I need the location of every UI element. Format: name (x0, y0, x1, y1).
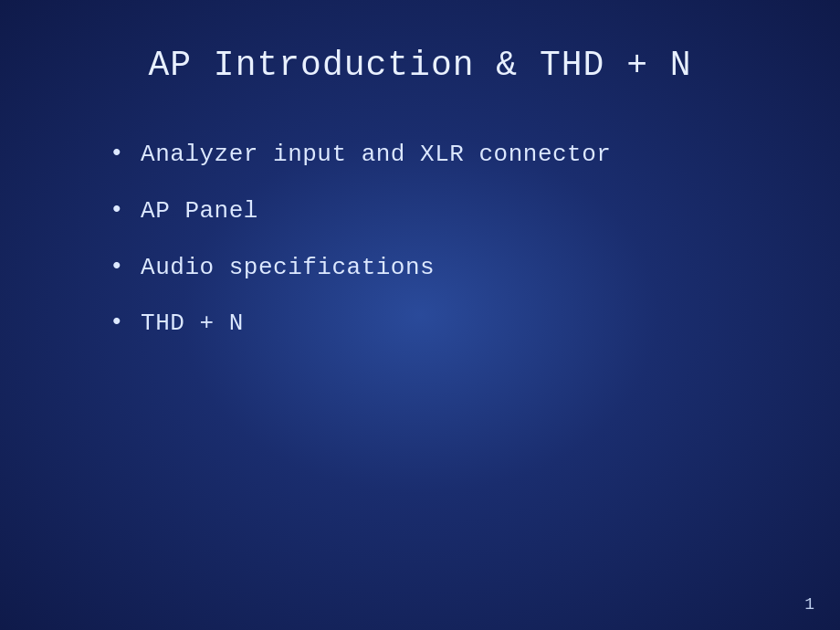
bullet-text: Audio specifications (141, 253, 435, 284)
bullet-list: •Analyzer input and XLR connector•AP Pan… (73, 140, 767, 340)
bullet-text: Analyzer input and XLR connector (141, 140, 611, 171)
list-item: •Audio specifications (110, 253, 767, 284)
list-item: •Analyzer input and XLR connector (110, 140, 767, 171)
bullet-text: AP Panel (141, 196, 258, 227)
list-item: •THD + N (110, 309, 767, 340)
bullet-dot: • (110, 196, 124, 225)
presentation-slide: AP Introduction & THD + N •Analyzer inpu… (0, 0, 840, 630)
list-item: •AP Panel (110, 196, 767, 227)
bullet-dot: • (110, 309, 124, 337)
bullet-text: THD + N (141, 309, 244, 340)
slide-number: 1 (804, 595, 814, 614)
bullet-dot: • (110, 140, 124, 168)
bullet-dot: • (110, 253, 124, 281)
slide-title: AP Introduction & THD + N (73, 46, 767, 85)
